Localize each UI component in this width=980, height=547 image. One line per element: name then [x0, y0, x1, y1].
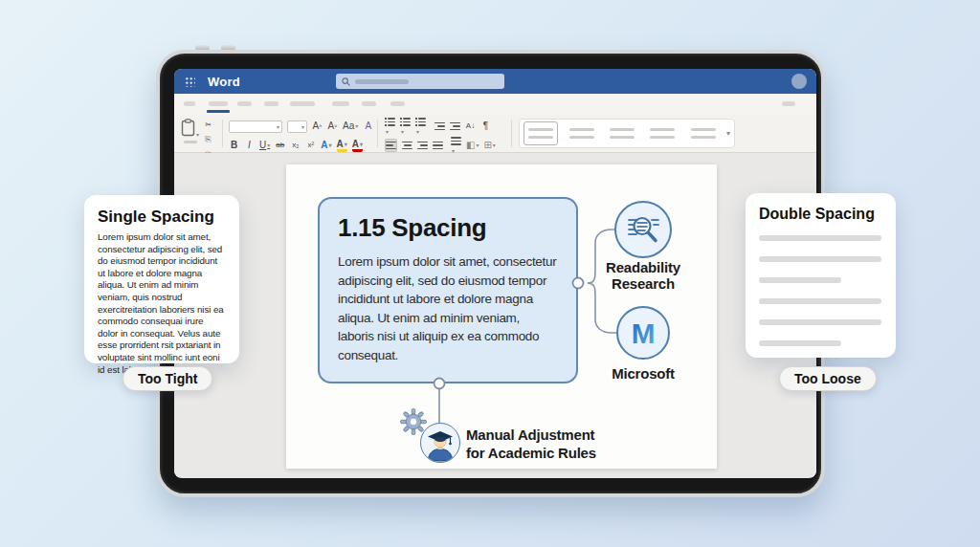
- tablet-frame: Word: [156, 50, 825, 497]
- title-bar: Word: [174, 69, 816, 94]
- ribbon-tab-active[interactable]: [209, 101, 228, 106]
- app-title: Word: [208, 75, 240, 89]
- clear-formatting-button[interactable]: A: [363, 120, 373, 133]
- ribbon-tab[interactable]: [390, 101, 405, 106]
- ribbon-tab[interactable]: [362, 101, 376, 106]
- gallery-chevron-icon[interactable]: ▾: [726, 129, 730, 138]
- group-divider: [377, 120, 378, 147]
- spacing-115-body: Lorem ipsum dolor sit amet, consectetur …: [338, 252, 558, 364]
- superscript-button[interactable]: x²: [305, 139, 316, 152]
- align-right-button[interactable]: [417, 142, 428, 150]
- group-divider: [222, 120, 223, 147]
- ribbon-tab[interactable]: [290, 101, 315, 106]
- pilcrow-button[interactable]: ¶: [480, 120, 491, 133]
- paste-label-bar: [184, 141, 197, 143]
- ribbon-toolbar: ✂ ⎘ ✏ A˄ A˅ Aa A: [174, 115, 816, 153]
- line-spacing-button[interactable]: [451, 137, 461, 154]
- spacing-115-card: 1.15 Spacing Lorem ipsum dolor sit amet,…: [318, 197, 578, 383]
- document-page: 1.15 Spacing Lorem ipsum dolor sit amet,…: [286, 164, 717, 469]
- shrink-font-button[interactable]: A˅: [327, 120, 338, 133]
- style-entry[interactable]: [564, 121, 598, 145]
- subscript-button[interactable]: x₂: [290, 139, 301, 152]
- paragraph-group: A↓ ¶ ◧ ⊞: [385, 119, 496, 153]
- align-left-button[interactable]: [385, 139, 397, 152]
- placeholder-line: [759, 235, 881, 241]
- copy-icon[interactable]: ⎘: [203, 133, 213, 146]
- placeholder-line: [759, 298, 881, 304]
- too-tight-badge: Too Tight: [122, 366, 212, 391]
- multilevel-list-button[interactable]: [415, 118, 426, 135]
- placeholder-line: [759, 256, 881, 262]
- single-spacing-body: Lorem ipsum dolor sit amet, consectetur …: [98, 231, 226, 376]
- single-spacing-title: Single Spacing: [98, 208, 226, 227]
- text-effects-button[interactable]: A: [321, 139, 331, 152]
- spacing-115-title: 1.15 Spacing: [338, 213, 558, 243]
- placeholder-line: [759, 319, 881, 325]
- numbered-list-button[interactable]: [400, 118, 411, 135]
- placeholder-line: [759, 340, 841, 346]
- double-spacing-card: Double Spacing: [746, 193, 896, 358]
- document-workspace: 1.15 Spacing Lorem ipsum dolor sit amet,…: [174, 153, 816, 477]
- svg-text:M: M: [632, 317, 656, 349]
- readability-icon-circle: [614, 201, 672, 258]
- double-spacing-title: Double Spacing: [759, 206, 882, 223]
- illustration-background: Word: [0, 0, 980, 547]
- shading-button[interactable]: ◧: [466, 139, 479, 152]
- change-case-button[interactable]: Aa: [343, 120, 358, 133]
- word-app-screen: Word: [174, 69, 816, 478]
- app-launcher-icon[interactable]: [185, 77, 195, 87]
- ribbon-tab[interactable]: [264, 101, 278, 106]
- bold-button[interactable]: B: [229, 139, 239, 152]
- too-loose-badge: Too Loose: [779, 366, 877, 391]
- microsoft-m-logo-icon: M: [622, 312, 664, 354]
- manual-adjustment-label: Manual Adjustment for Academic Rules: [466, 426, 610, 462]
- search-input[interactable]: [336, 74, 504, 89]
- align-center-button[interactable]: [402, 142, 412, 150]
- graduate-person-icon: [421, 423, 459, 463]
- sort-button[interactable]: A↓: [465, 120, 476, 133]
- microsoft-icon-circle: M: [616, 306, 670, 360]
- ribbon-tab[interactable]: [184, 101, 195, 106]
- paste-icon[interactable]: [181, 119, 195, 137]
- ribbon-tab[interactable]: [782, 101, 795, 106]
- highlight-color-button[interactable]: A: [337, 139, 347, 152]
- cut-icon[interactable]: ✂: [203, 119, 213, 132]
- style-entry[interactable]: [605, 121, 639, 145]
- graduate-icon-circle: [420, 423, 460, 463]
- style-entry-selected[interactable]: [523, 121, 558, 145]
- style-entry[interactable]: [686, 121, 721, 145]
- decrease-indent-icon[interactable]: [434, 122, 445, 131]
- grow-font-button[interactable]: A˄: [312, 120, 323, 133]
- group-divider: [511, 120, 512, 147]
- search-placeholder-bar: [355, 79, 409, 84]
- readability-label: Readability Research: [586, 259, 701, 292]
- user-avatar[interactable]: [791, 74, 807, 89]
- microsoft-label: Microsoft: [586, 365, 701, 382]
- active-tab-underline: [207, 110, 230, 113]
- underline-button[interactable]: U: [259, 139, 270, 152]
- ribbon-tab[interactable]: [237, 101, 252, 106]
- italic-button[interactable]: I: [244, 139, 255, 152]
- font-group: A˄ A˅ Aa A B I U ab x₂ x² A A A: [229, 119, 373, 153]
- single-spacing-card: Single Spacing Lorem ipsum dolor sit ame…: [84, 195, 239, 363]
- borders-button[interactable]: ⊞: [483, 139, 495, 152]
- justify-button[interactable]: [433, 142, 443, 150]
- style-entry[interactable]: [645, 121, 679, 145]
- strikethrough-button[interactable]: ab: [275, 139, 285, 152]
- ribbon-tab-row: [174, 94, 816, 115]
- styles-gallery: ▾: [519, 119, 735, 148]
- font-name-combobox[interactable]: [229, 120, 282, 133]
- increase-indent-icon[interactable]: [450, 122, 460, 131]
- placeholder-line: [759, 277, 841, 283]
- font-size-combobox[interactable]: [287, 120, 307, 133]
- ribbon-tab[interactable]: [332, 101, 349, 106]
- font-color-button[interactable]: A: [352, 139, 363, 152]
- bullet-list-button[interactable]: [385, 118, 395, 135]
- readability-magnifier-icon: [624, 210, 662, 249]
- search-icon: [342, 77, 350, 86]
